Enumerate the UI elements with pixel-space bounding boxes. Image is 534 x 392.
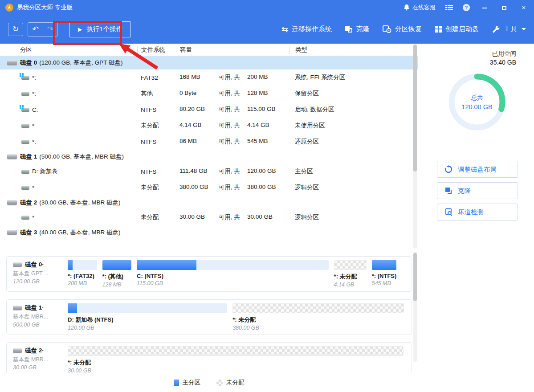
- disk0-map-info: 磁盘 0· 基本盘 GPT ... 120.00 GB: [7, 257, 63, 291]
- online-support-button[interactable]: 在线客服: [404, 4, 436, 12]
- partition-label: *: [32, 184, 34, 191]
- table-row-partition[interactable]: * 未分配 4.14 GB可用, 共4.14 GB 未使用分区: [0, 118, 418, 134]
- undo-button[interactable]: ↶: [28, 23, 43, 36]
- partition-block[interactable]: *: (其他) 128 MB: [102, 260, 132, 291]
- bad-sector-icon: [444, 208, 452, 216]
- top-bar: ★ 易我分区大师 专业版 在线客服: [0, 0, 534, 44]
- capacity-avail-label: 可用, 共: [219, 167, 247, 176]
- capacity-total: 200 MB: [247, 74, 268, 82]
- table-row-partition[interactable]: D: 新加卷 NTFS 111.48 GB可用, 共120.00 GB 主分区: [0, 163, 418, 180]
- disk-icon: [7, 200, 17, 205]
- disk1-map-info: 磁盘 1· 基本盘 MBR... 500.00 GB: [7, 300, 63, 335]
- partition-block-unallocated[interactable]: *: 未分配 380.00 GB: [232, 303, 404, 335]
- execute-operations-button[interactable]: ▶ 执行1个操作: [69, 21, 131, 37]
- partition-icon: [21, 216, 29, 220]
- table-row-partition[interactable]: *: FAT32 168 MB可用, 共200 MB 系统, EFI 系统分区: [0, 69, 418, 86]
- table-row-partition[interactable]: * 未分配 380.00 GB可用, 共380.00 GB 逻辑分区: [0, 180, 418, 196]
- card-disk-name: 磁盘 2·: [25, 347, 44, 355]
- disk-info: (40.00 GB, 基本盘, MBR 磁盘): [39, 229, 120, 237]
- table-row-disk1[interactable]: 磁盘 1 (500.00 GB, 基本盘, MBR 磁盘): [0, 150, 418, 163]
- partition-block-label: *: 未分配: [68, 359, 404, 367]
- capacity-avail-label: 可用, 共: [219, 106, 247, 114]
- create-bootable-disk-button[interactable]: 创建启动盘: [435, 25, 479, 33]
- capacity-total: 545 MB: [247, 138, 268, 146]
- filesystem-cell: NTFS: [137, 139, 176, 145]
- capacity-avail-label: 可用, 共: [219, 138, 247, 146]
- refresh-button[interactable]: ↻: [8, 23, 23, 36]
- clone-button[interactable]: 克隆: [345, 25, 369, 33]
- maximize-button[interactable]: [499, 4, 509, 11]
- partition-label: D: 新加卷: [32, 167, 58, 176]
- app-title: 易我分区大师 专业版: [17, 4, 73, 12]
- partition-block[interactable]: C: (NTFS) 115.00 GB: [137, 260, 329, 291]
- capacity-total: 4.14 GB: [247, 122, 269, 130]
- partition-block-size: 115.00 GB: [137, 280, 329, 286]
- migrate-os-button[interactable]: ⇆ 迁移操作系统: [281, 25, 332, 33]
- card-disk-size: 30.00 GB: [13, 364, 61, 371]
- partition-block[interactable]: *: (NTFS) 545 MB: [372, 260, 397, 291]
- close-button[interactable]: ×: [519, 4, 529, 11]
- bad-sector-test-button[interactable]: 坏道检测: [437, 204, 518, 220]
- undo-redo-group: ↶ ↷: [28, 22, 58, 37]
- capacity-total: 115.00 GB: [247, 106, 276, 114]
- filesystem-cell: 未分配: [137, 122, 176, 130]
- adjust-disk-layout-button[interactable]: 调整磁盘布局: [437, 161, 518, 178]
- type-cell: 逻辑分区: [289, 213, 418, 221]
- legend: 主分区 未分配: [0, 373, 418, 392]
- table-scrollbar-thumb[interactable]: [413, 45, 417, 172]
- partition-icon: [21, 108, 29, 112]
- maximize-icon: [502, 6, 506, 10]
- partition-block[interactable]: D: 新加卷 (NTFS) 120.00 GB: [68, 303, 227, 335]
- undo-icon: ↶: [32, 24, 38, 34]
- table-row-partition[interactable]: *: 其他 0 Byte可用, 共128 MB 保留分区: [0, 86, 418, 102]
- table-row-disk0[interactable]: 磁盘 0 (120.00 GB, 基本盘, GPT 磁盘): [0, 56, 418, 69]
- partition-block-size: 380.00 GB: [232, 325, 404, 331]
- partition-block-label: *: (FAT32): [68, 273, 97, 279]
- clone-side-button[interactable]: 克隆: [437, 182, 518, 199]
- partition-block-size: 128 MB: [102, 282, 132, 288]
- disk-list-panel: 分区 文件系统 容量 类型 磁盘 0 (120.00 GB, 基本盘, GPT …: [0, 44, 418, 392]
- disk-icon: [13, 306, 22, 310]
- disk1-map-card[interactable]: 磁盘 1· 基本盘 MBR... 500.00 GB D: 新加卷 (NTFS)…: [6, 299, 412, 335]
- partition-block-unallocated[interactable]: *: 未分配 4.14 GB: [334, 260, 367, 291]
- app-logo-icon: ★: [5, 4, 13, 12]
- total-value: 120.00 GB: [461, 103, 492, 110]
- partition-block-unallocated[interactable]: *: 未分配 30.00 GB: [68, 346, 404, 377]
- partition-recovery-button[interactable]: 分区恢复: [383, 25, 422, 33]
- disk0-map-card[interactable]: 磁盘 0· 基本盘 GPT ... 120.00 GB *: (FAT32) 2…: [6, 256, 412, 292]
- card-disk-name: 磁盘 1·: [25, 304, 44, 312]
- legend-label: 未分配: [226, 379, 245, 387]
- create-bootable-disk-label: 创建启动盘: [445, 25, 479, 33]
- toolbar: ↻ ↶ ↷ ▶ 执行1个操作 ⇆ 迁移操作系统 克隆: [0, 15, 534, 44]
- table-row-partition[interactable]: *: NTFS 86 MB可用, 共545 MB 还原分区: [0, 134, 418, 150]
- wrench-icon: [492, 25, 500, 33]
- filesystem-cell: NTFS: [137, 168, 176, 175]
- partition-block[interactable]: *: (FAT32) 200 MB: [68, 260, 97, 291]
- play-icon: ▶: [78, 26, 82, 33]
- table-row-disk3[interactable]: 磁盘 3 (40.00 GB, 基本盘, MBR 磁盘): [0, 225, 418, 239]
- disk-icon: [13, 348, 22, 353]
- tools-menu-button[interactable]: 工具: [492, 25, 526, 33]
- partition-block-label: *: (其他): [102, 273, 132, 281]
- disk2-map-card[interactable]: 磁盘 2· 基本盘 MBR... 30.00 GB *: 未分配 30.00 G…: [6, 342, 412, 378]
- adjust-layout-icon: [444, 165, 452, 173]
- help-button[interactable]: ?: [463, 4, 470, 11]
- table-row-partition[interactable]: C: NTFS 80.20 GB可用, 共115.00 GB 启动, 数据分区: [0, 102, 418, 118]
- minimize-icon: [482, 8, 487, 8]
- partition-icon: [21, 92, 29, 96]
- diskmap-scrollbar-thumb[interactable]: [413, 253, 417, 301]
- partition-block-size: 545 MB: [372, 280, 397, 286]
- minimize-button[interactable]: [480, 4, 489, 11]
- column-header-type: 类型: [289, 46, 418, 54]
- partition-block-label: *: 未分配: [232, 316, 404, 324]
- partition-block-size: 30.00 GB: [68, 368, 404, 374]
- disk2-map-info: 磁盘 2· 基本盘 MBR... 30.00 GB: [7, 343, 63, 377]
- used-space-value: 35.40 GB: [490, 59, 516, 66]
- redo-button[interactable]: ↷: [43, 23, 57, 36]
- table-row-partition[interactable]: * 未分配 30.00 GB可用, 共30.00 GB 逻辑分区: [0, 209, 418, 225]
- operations-list-button[interactable]: [445, 4, 453, 11]
- disk-name: 磁盘 2: [20, 199, 37, 207]
- table-row-disk2[interactable]: 磁盘 2 (30.00 GB, 基本盘, MBR 磁盘): [0, 196, 418, 209]
- disk-icon: [7, 154, 17, 159]
- clone-side-label: 克隆: [458, 187, 471, 195]
